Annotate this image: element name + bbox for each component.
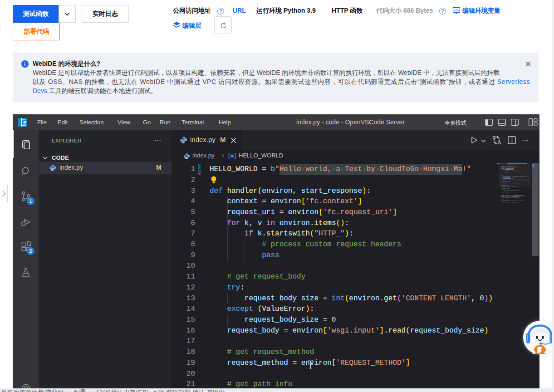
svg-text:</>: </>	[454, 8, 459, 12]
